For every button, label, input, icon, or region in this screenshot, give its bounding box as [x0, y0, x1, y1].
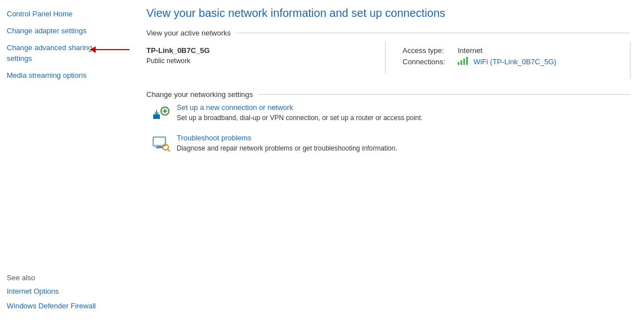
arrow-head [90, 46, 96, 53]
sidebar-media-streaming[interactable]: Media streaming options [7, 70, 135, 81]
network-name: TP-Link_0B7C_5G [146, 46, 374, 55]
access-type-value: Internet [458, 46, 482, 55]
svg-rect-7 [154, 138, 164, 144]
troubleshoot-icon [152, 135, 170, 153]
sidebar-windows-defender[interactable]: Windows Defender Firewall [7, 301, 135, 311]
troubleshoot-title[interactable]: Troubleshoot problems [177, 134, 397, 142]
svg-rect-0 [153, 114, 160, 119]
svg-line-11 [168, 149, 169, 151]
active-networks-header: View your active networks [146, 29, 630, 37]
svg-rect-1 [155, 112, 158, 114]
troubleshoot-content: Troubleshoot problems Diagnose and repai… [177, 134, 397, 152]
page-title: View your basic network information and … [146, 7, 630, 20]
networking-section: Change your networking settings Set up a… [146, 90, 630, 153]
sidebar: Control Panel Home Change adapter settin… [0, 0, 135, 327]
network-type: Public network [146, 57, 374, 65]
setup-connection-icon [152, 104, 170, 122]
networking-settings-header: Change your networking settings [146, 90, 630, 99]
troubleshoot-item: Troubleshoot problems Diagnose and repai… [146, 134, 630, 153]
red-arrow-indicator [90, 46, 129, 53]
access-type-row: Access type: Internet [402, 46, 630, 55]
network-details-section: Access type: Internet Connections: WiFi … [386, 42, 630, 73]
wifi-icon [458, 57, 469, 67]
svg-rect-2 [156, 110, 157, 112]
setup-connection-desc: Set up a broadband, dial-up or VPN conne… [177, 114, 423, 122]
network-info-grid: TP-Link_0B7C_5G Public network Access ty… [146, 42, 630, 79]
troubleshoot-desc: Diagnose and repair network problems or … [177, 144, 397, 152]
sidebar-change-advanced-sharing[interactable]: Change advanced sharing settings [7, 43, 92, 63]
setup-connection-content: Set up a new connection or network Set u… [177, 103, 423, 122]
sidebar-internet-options[interactable]: Internet Options [7, 286, 135, 297]
network-name-section: TP-Link_0B7C_5G Public network [146, 42, 386, 73]
setup-connection-item: Set up a new connection or network Set u… [146, 103, 630, 122]
sidebar-change-adapter[interactable]: Change adapter settings [7, 26, 135, 36]
sidebar-control-panel-home[interactable]: Control Panel Home [7, 9, 135, 19]
arrow-line [96, 49, 129, 50]
connections-value[interactable]: WiFi (TP-Link_0B7C_5G) [473, 58, 556, 66]
connections-row: Connections: WiFi (TP-Link_0B7C_5G) [402, 57, 630, 67]
connections-label: Connections: [402, 58, 453, 66]
main-content: View your basic network information and … [135, 0, 644, 327]
access-type-label: Access type: [402, 46, 453, 55]
see-also-label: See also [7, 273, 135, 282]
svg-rect-9 [155, 147, 163, 148]
setup-connection-title[interactable]: Set up a new connection or network [177, 103, 423, 112]
change-advanced-wrapper: Change advanced sharing settings [7, 43, 135, 63]
